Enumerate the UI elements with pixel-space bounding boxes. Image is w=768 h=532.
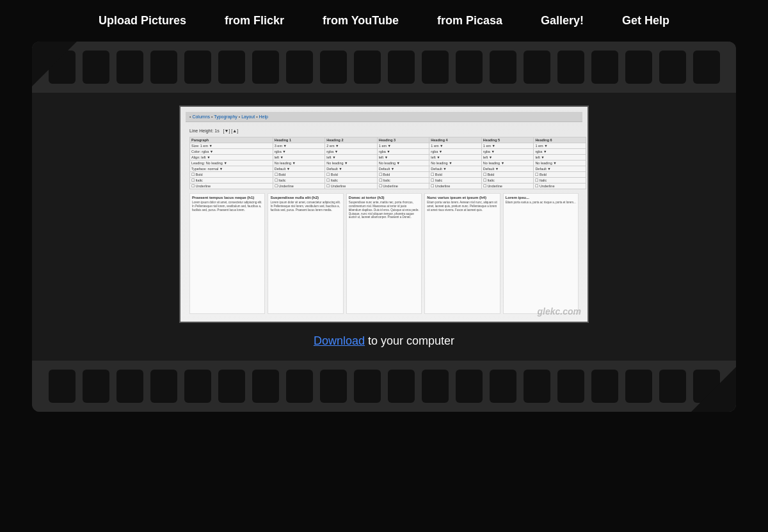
screenshot-line-height: Line Height: 1s [▼] [▲] [189,129,579,133]
film-holes-bottom [32,361,736,412]
film-hole [116,370,143,403]
screenshot-col-1: Praesent tempus lacus neque (h1) Lorem i… [189,193,265,314]
film-hole [456,370,483,403]
film-hole [490,370,516,403]
screenshot-columns: Praesent tempus lacus neque (h1) Lorem i… [189,193,579,314]
top-navigation: Upload Pictures from Flickr from YouTube… [0,0,768,42]
film-holes-top [32,42,736,93]
film-hole [422,370,449,403]
download-link[interactable]: Download [314,334,365,347]
screenshot-settings-table: Paragraph Heading 1 Heading 2 Heading 3 … [189,137,586,189]
film-hole [286,370,313,403]
film-holes-top-row [32,51,736,84]
video-screenshot: • Columns • Typography • Layout • Help L… [179,106,589,323]
download-section: Download to your computer [314,334,454,348]
corner-triangle-tl [32,42,77,86]
film-hole [252,370,279,403]
film-hole [252,51,279,84]
corner-triangle-br [691,367,736,412]
film-hole [557,370,584,403]
film-hole [659,51,686,84]
film-hole [524,370,550,403]
film-hole [150,51,177,84]
screenshot-col-3: Donec at tortor (h3) Suspendisse nunc an… [346,193,422,314]
nav-from-picasa[interactable]: from Picasa [437,14,502,27]
film-hole [591,370,618,403]
film-hole [320,51,347,84]
film-hole [150,370,177,403]
film-hole [354,370,381,403]
film-hole [625,370,652,403]
film-hole [693,51,720,84]
film-hole [116,51,143,84]
nav-get-help[interactable]: Get Help [622,14,669,27]
film-hole [49,370,76,403]
film-hole [388,370,415,403]
screenshot-col-4: Nunc varius ipsum et ipsum (h4) Etiam po… [424,193,500,314]
film-hole [184,51,211,84]
film-hole [456,51,483,84]
film-hole [218,51,245,84]
film-hole [83,370,109,403]
film-hole [320,370,347,403]
screenshot-breadcrumb: • Columns • Typography • Layout • Help [186,112,582,122]
film-hole [422,51,449,84]
film-hole [286,51,313,84]
film-hole [659,370,686,403]
film-holes-bottom-row [32,370,736,403]
screenshot-col-5: Lorem ipsu... Etiam porta varius a, port… [503,193,579,314]
nav-upload-pictures[interactable]: Upload Pictures [99,14,186,27]
film-strip: • Columns • Typography • Layout • Help L… [32,42,736,412]
film-hole [184,370,211,403]
film-hole [625,51,652,84]
nav-from-youtube[interactable]: from YouTube [323,14,399,27]
film-hole [218,370,245,403]
film-main-content: • Columns • Typography • Layout • Help L… [32,93,736,361]
nav-from-flickr[interactable]: from Flickr [225,14,284,27]
film-hole [490,51,516,84]
film-hole [388,51,415,84]
nav-gallery[interactable]: Gallery! [541,14,584,27]
screenshot-watermark: glekc.com [538,306,581,317]
film-hole [354,51,381,84]
film-hole [524,51,550,84]
film-hole [557,51,584,84]
download-rest-text: to your computer [365,334,454,347]
screenshot-col-2: Suspendisse nulla elit (h2) Lorem ipsum … [268,193,343,314]
film-hole [83,51,109,84]
film-hole [591,51,618,84]
